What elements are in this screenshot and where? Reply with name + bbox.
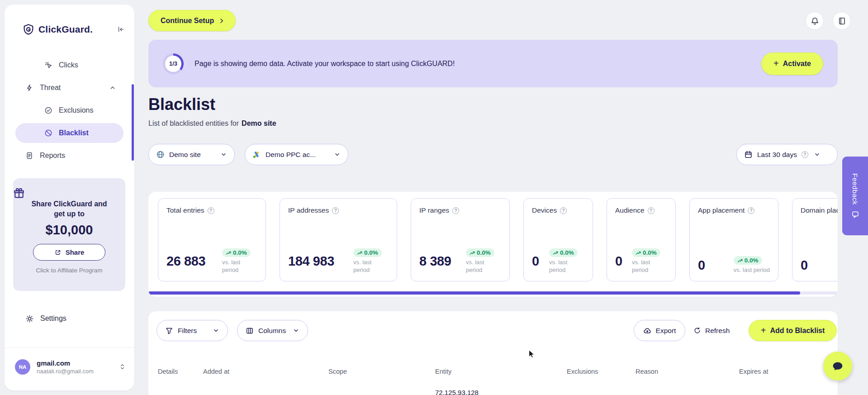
info-icon[interactable]: ? <box>560 207 567 214</box>
date-range-selector[interactable]: Last 30 days ? <box>736 144 838 165</box>
activate-button[interactable]: + Activate <box>761 52 823 75</box>
chat-widget-button[interactable] <box>823 352 852 381</box>
date-range-value: Last 30 days <box>757 151 797 159</box>
export-button[interactable]: Export <box>634 320 685 341</box>
table-row[interactable]: 72.125.93.128 <box>148 385 838 395</box>
chevron-right-icon <box>218 17 225 24</box>
refresh-icon <box>693 327 701 334</box>
help-icon[interactable]: ? <box>802 151 808 158</box>
column-header-reason[interactable]: Reason <box>636 368 739 375</box>
sidebar-item-settings[interactable]: Settings <box>5 309 134 328</box>
trend-up-icon <box>553 251 558 255</box>
sidebar-collapse-icon[interactable] <box>116 25 125 34</box>
refresh-button[interactable]: Refresh <box>693 320 730 341</box>
funnel-icon <box>165 327 173 335</box>
stat-value: 0 <box>532 254 539 269</box>
expand-chevrons-icon[interactable] <box>119 363 126 371</box>
info-icon[interactable]: ? <box>208 207 214 214</box>
sidebar-item-blacklist[interactable]: Blacklist <box>15 123 123 143</box>
share-button-label: Share <box>66 248 85 256</box>
sidebar-item-label: Threat <box>40 84 61 92</box>
info-icon[interactable]: ? <box>648 207 655 214</box>
clickguard-logo-icon <box>23 24 34 35</box>
feedback-tab[interactable]: Feedback <box>842 157 868 235</box>
chevron-down-icon <box>293 327 299 334</box>
stat-label: Total entries <box>166 206 204 214</box>
continue-setup-button[interactable]: Continue Setup <box>148 10 236 31</box>
stats-panel: Total entries? 26 883 0.0% vs. last peri… <box>148 192 838 297</box>
ppc-account-value: Demo PPC ac... <box>266 151 316 159</box>
chevron-down-icon <box>814 151 821 158</box>
library-button[interactable] <box>833 12 851 30</box>
activate-label: Activate <box>783 60 811 68</box>
chat-bubble-icon <box>831 359 844 373</box>
stat-period: vs. last period <box>632 259 667 274</box>
columns-button[interactable]: Columns <box>237 320 308 341</box>
stat-period: vs. last period <box>549 259 584 274</box>
stat-period: vs. last period <box>734 267 770 274</box>
plus-icon: + <box>773 59 779 68</box>
share-button[interactable]: Share <box>33 244 105 261</box>
sidebar-item-threat[interactable]: Threat <box>15 78 123 98</box>
banner-message: Page is showing demo data. Activate your… <box>194 60 455 68</box>
stat-card-app-placement: App placement? 0 0.0% vs. last period <box>689 198 778 281</box>
cursor-click-icon <box>44 61 52 69</box>
stat-label: Domain placement <box>801 206 838 214</box>
sidebar-item-clicks[interactable]: Clicks <box>15 55 123 75</box>
stat-value: 0 <box>698 258 705 273</box>
feedback-chat-icon <box>851 210 859 219</box>
table-header-row: Details Added at Scope Entity Exclusions… <box>148 365 838 378</box>
stat-value: 0 <box>615 254 622 269</box>
add-to-blacklist-button[interactable]: + Add to Blacklist <box>749 320 837 341</box>
continue-setup-label: Continue Setup <box>161 17 214 25</box>
chevron-up-icon[interactable] <box>109 84 116 91</box>
stat-period: vs. last period <box>466 259 501 274</box>
sidebar-scrollbar[interactable] <box>132 84 134 161</box>
stat-label: Audience <box>615 206 645 214</box>
export-label: Export <box>656 327 676 335</box>
sidebar-item-exclusions[interactable]: Exclusions <box>15 100 123 120</box>
columns-icon <box>246 327 254 335</box>
filters-button[interactable]: Filters <box>157 320 228 341</box>
promo-headline: Share ClickGuard and get up to <box>26 199 112 219</box>
horizontal-scrollbar-track[interactable] <box>148 291 838 295</box>
cloud-download-icon <box>643 327 651 335</box>
delta-badge: 0.0% <box>549 248 578 257</box>
settings-label: Settings <box>40 314 66 323</box>
affiliate-link[interactable]: Click to Affiliate Program <box>13 267 125 274</box>
column-header-expires-at[interactable]: Expires at <box>739 368 838 375</box>
lightning-icon <box>25 84 33 92</box>
user-name: gmail.com <box>37 359 119 367</box>
notifications-button[interactable] <box>806 12 824 30</box>
column-header-scope[interactable]: Scope <box>328 368 435 375</box>
delta-badge: 0.0% <box>222 248 251 257</box>
stat-label: App placement <box>698 206 745 214</box>
user-email: naatali.ro@gmail.com <box>37 368 119 375</box>
sidebar-item-label: Exclusions <box>59 106 93 114</box>
info-icon[interactable]: ? <box>748 207 754 214</box>
plus-icon: + <box>761 326 766 335</box>
user-meta: gmail.com naatali.ro@gmail.com <box>37 359 119 375</box>
column-header-details[interactable]: Details <box>158 368 203 375</box>
info-icon[interactable]: ? <box>332 207 339 214</box>
stat-card-total-entries: Total entries? 26 883 0.0% vs. last peri… <box>158 198 266 281</box>
site-selector[interactable]: Demo site <box>148 144 235 165</box>
ppc-account-selector[interactable]: Demo PPC ac... <box>245 144 348 165</box>
chevron-down-icon <box>220 151 227 158</box>
page-subtitle: List of blacklisted entities for Demo si… <box>148 119 276 128</box>
info-icon[interactable]: ? <box>452 207 459 214</box>
column-header-added-at[interactable]: Added at <box>203 368 328 375</box>
chevron-down-icon <box>334 151 341 158</box>
page-title: Blacklist <box>148 95 215 114</box>
stat-period: vs. last period <box>353 259 389 274</box>
user-menu[interactable]: NA gmail.com naatali.ro@gmail.com <box>15 354 126 379</box>
delta-badge: 0.0% <box>353 248 382 257</box>
column-header-entity[interactable]: Entity <box>435 368 567 375</box>
horizontal-scrollbar-thumb[interactable] <box>148 291 800 295</box>
trend-up-icon <box>737 258 743 263</box>
divider <box>5 347 134 348</box>
trend-up-icon <box>636 251 641 255</box>
delta-badge: 0.0% <box>734 256 762 265</box>
column-header-exclusions[interactable]: Exclusions <box>567 368 636 375</box>
sidebar-item-reports[interactable]: Reports <box>15 146 123 166</box>
